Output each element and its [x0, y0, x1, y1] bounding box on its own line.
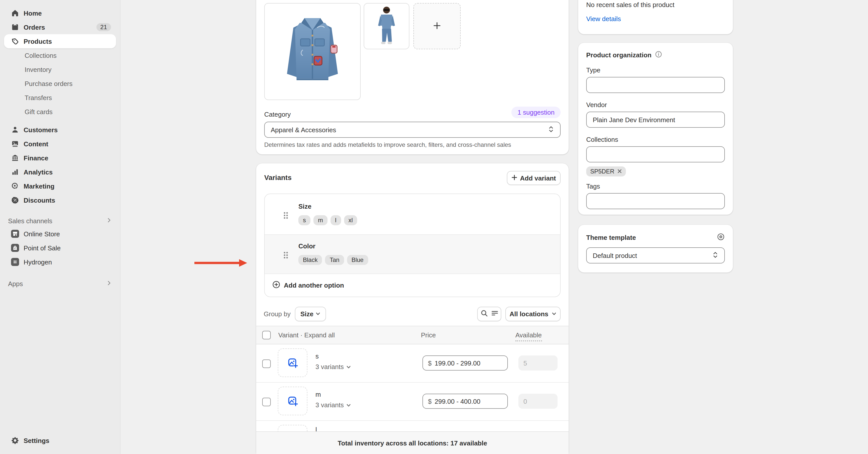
category-helper-text: Determines tax rates and adds metafields…: [264, 141, 511, 148]
collections-label: Collections: [586, 136, 725, 143]
remove-tag-icon[interactable]: [617, 168, 622, 175]
option-name-color: Color: [299, 242, 315, 250]
insights-card: No recent sales of this product View det…: [578, 0, 733, 34]
type-label: Type: [586, 66, 725, 74]
add-another-option-button[interactable]: Add another option: [272, 281, 344, 290]
discounts-icon: [11, 196, 19, 204]
home-icon: [11, 9, 19, 17]
vendor-input[interactable]: Plain Jane Dev Environment: [586, 112, 725, 128]
product-organization-card: Product organization Type Vendor Plain J…: [578, 43, 733, 215]
sidebar-item-point-of-sale[interactable]: Point of Sale: [4, 241, 116, 255]
currency-prefix: $: [428, 359, 432, 367]
option-row-color[interactable]: Color Black Tan Blue: [265, 235, 560, 274]
preview-eye-icon[interactable]: [717, 233, 725, 242]
sidebar-item-purchase-orders[interactable]: Purchase orders: [4, 77, 116, 90]
chevron-down-icon: [315, 310, 320, 318]
denim-jacket-image: [265, 3, 360, 100]
variant-image-placeholder[interactable]: [278, 387, 307, 415]
size-values: s m l xl: [299, 215, 358, 225]
variant-row-s[interactable]: s 3 variants $ 199.00 - 299.00 5: [256, 344, 569, 382]
plus-icon: [512, 174, 517, 182]
sidebar-item-analytics[interactable]: Analytics: [4, 165, 116, 179]
plus-icon: [433, 21, 441, 31]
variant-expand-toggle[interactable]: 3 variants: [315, 401, 351, 409]
sales-channels-header[interactable]: Sales channels: [4, 215, 116, 227]
info-icon[interactable]: [655, 51, 662, 59]
theme-template-title: Theme template: [586, 234, 636, 241]
tags-input[interactable]: [586, 193, 725, 209]
image-add-icon: [287, 395, 298, 406]
sidebar-item-content[interactable]: Content: [4, 137, 116, 151]
type-input[interactable]: [586, 77, 725, 93]
sidebar-item-collections[interactable]: Collections: [4, 48, 116, 62]
sidebar-item-online-store[interactable]: Online Store: [4, 227, 116, 241]
circle-plus-icon: [272, 281, 280, 290]
group-by-label: Group by: [264, 310, 290, 318]
variant-row-m[interactable]: m 3 variants $ 299.00 - 400.00 0: [256, 382, 569, 421]
marketing-icon: [11, 182, 19, 190]
price-input[interactable]: $ 199.00 - 299.00: [423, 356, 508, 371]
drag-handle-icon[interactable]: [284, 212, 288, 219]
color-chip: Tan: [325, 255, 344, 265]
search-filter-button[interactable]: [477, 307, 501, 321]
analytics-icon: [11, 168, 19, 176]
available-input: 5: [518, 356, 558, 371]
online-store-icon: [11, 230, 19, 238]
orders-count-badge: 21: [96, 23, 111, 31]
sidebar-item-marketing[interactable]: Marketing: [4, 179, 116, 193]
price-input[interactable]: $ 299.00 - 400.00: [423, 394, 508, 409]
apps-header[interactable]: Apps: [4, 278, 116, 290]
variant-image-placeholder[interactable]: [278, 348, 307, 377]
drag-handle-icon[interactable]: [284, 252, 288, 258]
add-variant-button[interactable]: Add variant: [507, 171, 561, 185]
option-row-size[interactable]: Size s m l xl: [265, 194, 560, 235]
sidebar-item-products[interactable]: Products: [4, 34, 116, 48]
image-add-icon: [287, 357, 298, 368]
finance-icon: [11, 154, 19, 162]
sidebar-item-transfers[interactable]: Transfers: [4, 90, 116, 105]
available-input: 0: [518, 394, 558, 409]
variant-name: s: [315, 352, 319, 360]
sidebar-item-orders[interactable]: Orders 21: [4, 20, 116, 34]
variant-column-header[interactable]: Variant · Expand all: [278, 331, 335, 339]
sidebar-item-inventory[interactable]: Inventory: [4, 62, 116, 77]
size-chip: xl: [344, 215, 357, 225]
sidebar-item-settings[interactable]: Settings: [4, 433, 116, 448]
select-all-checkbox[interactable]: [262, 331, 271, 339]
collections-input[interactable]: [586, 146, 725, 162]
insights-message: No recent sales of this product: [586, 1, 674, 8]
tags-label: Tags: [586, 182, 725, 190]
location-filter-select[interactable]: All locations: [505, 307, 561, 321]
chevron-down-icon: [551, 310, 556, 318]
group-by-select[interactable]: Size: [295, 307, 326, 321]
row-checkbox[interactable]: [262, 360, 271, 368]
sidebar-item-home[interactable]: Home: [4, 6, 116, 20]
row-checkbox[interactable]: [262, 398, 271, 406]
orders-icon: [11, 23, 19, 31]
product-image-main[interactable]: [264, 3, 361, 100]
add-image-tile[interactable]: [413, 3, 461, 49]
variant-table-header: Variant · Expand all Price Available: [256, 326, 569, 344]
color-values: Black Tan Blue: [299, 255, 368, 265]
variants-card: Variants Add variant Size s m l xl: [256, 163, 569, 454]
chevron-down-icon: [346, 364, 351, 369]
currency-prefix: $: [428, 397, 432, 405]
add-option-row[interactable]: Add another option: [265, 274, 560, 297]
chevron-right-icon: [106, 280, 112, 287]
category-select[interactable]: Apparel & Accessories: [264, 122, 561, 138]
sidebar-item-finance[interactable]: Finance: [4, 151, 116, 165]
theme-template-select[interactable]: Default product: [586, 247, 725, 263]
sidebar-item-gift-cards[interactable]: Gift cards: [4, 105, 116, 119]
sidebar-item-discounts[interactable]: Discounts: [4, 193, 116, 207]
chevron-right-icon: [106, 217, 112, 225]
sidebar-item-customers[interactable]: Customers: [4, 123, 116, 137]
sidebar-item-hydrogen[interactable]: Hydrogen: [4, 255, 116, 269]
chevron-down-icon: [346, 402, 351, 407]
variant-name: m: [315, 391, 321, 398]
variant-expand-toggle[interactable]: 3 variants: [315, 363, 351, 371]
model-photo: [364, 3, 409, 49]
product-image-thumbnail[interactable]: [364, 3, 409, 49]
content-icon: [11, 140, 19, 148]
category-suggestion-badge[interactable]: 1 suggestion: [512, 107, 561, 118]
view-details-link[interactable]: View details: [586, 15, 621, 23]
